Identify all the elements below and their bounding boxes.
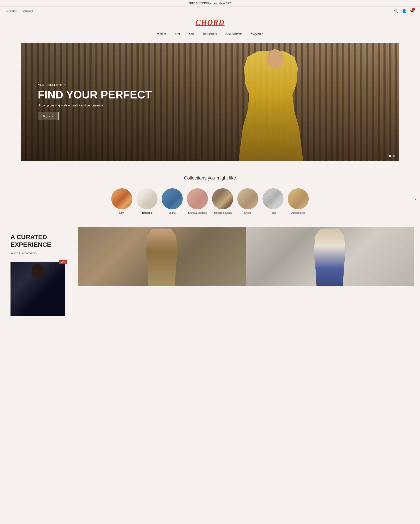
collection-label-jeans: Jeans	[169, 211, 175, 214]
hero-model-face	[267, 49, 283, 68]
slider-dots	[389, 155, 395, 157]
curated-heading: A CURATED EXPERIENCE	[10, 233, 73, 248]
collection-item-dresses[interactable]: Dresses	[137, 188, 158, 214]
collections-next-button[interactable]: ›	[414, 197, 416, 201]
curated-description: Your confidence within.	[10, 251, 73, 255]
hero-content: NEW COLLECTION FIND YOUR PERFECT Uncompr…	[21, 84, 168, 120]
nav-sale[interactable]: Sale	[189, 32, 194, 36]
nav-new-arrivals[interactable]: New Arrivals	[225, 32, 242, 36]
promo-badge: 20%	[59, 260, 67, 264]
announcement-bar: FREE SHIPPING on order above $999	[0, 0, 420, 7]
main-navigation: Women Men Sale Bestsellers New Arrivals …	[0, 29, 420, 39]
announcement-bold: FREE SHIPPING	[189, 2, 209, 5]
cart-badge: 0	[412, 8, 415, 11]
collection-circle-jackets	[212, 188, 233, 209]
curated-section: A CURATED EXPERIENCE Your confidence wit…	[0, 223, 420, 323]
curated-promo: 20%	[10, 262, 65, 316]
curated-model-right	[311, 229, 349, 286]
nav-men[interactable]: Men	[175, 32, 181, 36]
hero-subtitle: NEW COLLECTION	[38, 84, 152, 87]
hero-slider: NEW COLLECTION FIND YOUR PERFECT Uncompr…	[21, 43, 399, 161]
collections-row: New Dresses Jeans Shirts & Blouses Jacke…	[6, 188, 414, 214]
search-button[interactable]: 🔍	[394, 9, 399, 13]
cart-button[interactable]: 🛍 0	[410, 9, 414, 13]
hero-title: FIND YOUR PERFECT	[38, 89, 152, 101]
curated-image-right	[246, 227, 414, 286]
slider-dot-2[interactable]	[393, 155, 395, 157]
search-icon: 🔍	[394, 9, 399, 13]
collections-title: Collections you might like	[6, 175, 414, 181]
slider-prev-button[interactable]: ←	[24, 97, 33, 107]
collection-item-jackets[interactable]: Jackets & Coats	[212, 188, 233, 214]
shipping-link[interactable]: SHIPPING	[6, 10, 18, 12]
nav-women[interactable]: Women	[157, 32, 166, 36]
slider-next-button[interactable]: →	[387, 97, 396, 107]
nav-magazine[interactable]: Magazine	[251, 32, 263, 36]
utility-nav: SHIPPING CONTACT 🔍 👤 🛍 0	[0, 7, 420, 16]
collection-label-dresses: Dresses	[142, 211, 152, 214]
collection-circle-dresses	[137, 188, 158, 209]
collection-label-accessories: Accessories	[291, 211, 305, 214]
collections-section: Collections you might like New Dresses J…	[0, 165, 420, 223]
account-icon: 👤	[402, 9, 407, 13]
collection-label-shirts: Shirts & Blouses	[188, 211, 207, 214]
collection-label-jackets: Jackets & Coats	[214, 211, 232, 214]
utility-left-links: SHIPPING CONTACT	[6, 10, 33, 12]
curated-image-middle	[78, 227, 246, 286]
utility-right-icons: 🔍 👤 🛍 0	[394, 9, 414, 13]
slider-dot-1[interactable]	[389, 155, 391, 157]
portrait-face	[32, 264, 44, 279]
curated-text-panel: A CURATED EXPERIENCE Your confidence wit…	[6, 227, 78, 323]
announcement-text: on order above $999	[209, 2, 231, 5]
collection-item-new[interactable]: New	[111, 188, 132, 214]
collection-label-new: New	[119, 211, 124, 214]
nav-bestsellers[interactable]: Bestsellers	[203, 32, 217, 36]
collection-item-tops[interactable]: Tops	[262, 188, 283, 214]
account-button[interactable]: 👤	[402, 9, 407, 13]
collection-item-jeans[interactable]: Jeans	[162, 188, 183, 214]
collection-item-shirts[interactable]: Shirts & Blouses	[187, 188, 208, 214]
collection-item-accessories[interactable]: Accessories	[288, 188, 309, 214]
collection-circle-new	[111, 188, 132, 209]
contact-link[interactable]: CONTACT	[22, 10, 33, 12]
collection-circle-accessories	[288, 188, 309, 209]
collection-circle-tops	[262, 188, 283, 209]
collection-circle-shirts	[187, 188, 208, 209]
collection-item-shoes[interactable]: Shoes	[237, 188, 258, 214]
curated-portrait	[10, 262, 65, 316]
collection-label-tops: Tops	[270, 211, 276, 214]
hero-description: Uncompromising in style, quality and per…	[38, 104, 152, 107]
collection-circle-shoes	[237, 188, 258, 209]
site-logo[interactable]: CHORD	[195, 18, 225, 27]
collection-label-shoes: Shoes	[244, 211, 251, 214]
curated-model-mid	[143, 229, 181, 286]
hero-image: NEW COLLECTION FIND YOUR PERFECT Uncompr…	[21, 43, 399, 161]
logo-bar: CHORD	[0, 16, 420, 29]
hero-buy-button[interactable]: Buy now	[38, 112, 59, 120]
collection-circle-jeans	[162, 188, 183, 209]
